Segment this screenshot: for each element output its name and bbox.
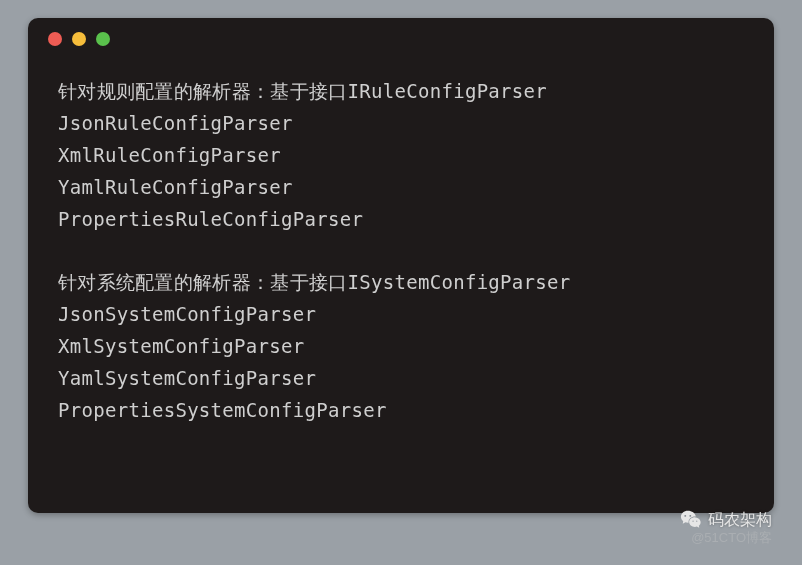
terminal-window: 针对规则配置的解析器：基于接口IRuleConfigParser JsonRul…: [28, 18, 774, 513]
window-titlebar: [28, 18, 774, 52]
code-line: 针对规则配置的解析器：基于接口IRuleConfigParser: [58, 76, 744, 108]
code-line: XmlSystemConfigParser: [58, 331, 744, 363]
code-line: XmlRuleConfigParser: [58, 140, 744, 172]
code-line: JsonRuleConfigParser: [58, 108, 744, 140]
code-line: JsonSystemConfigParser: [58, 299, 744, 331]
code-line: PropertiesSystemConfigParser: [58, 395, 744, 427]
code-line: YamlSystemConfigParser: [58, 363, 744, 395]
watermark-cto: @51CTO博客: [691, 529, 772, 547]
code-line: 针对系统配置的解析器：基于接口ISystemConfigParser: [58, 267, 744, 299]
close-icon[interactable]: [48, 32, 62, 46]
code-line: YamlRuleConfigParser: [58, 172, 744, 204]
wechat-icon: [680, 509, 702, 531]
watermark-wechat-label: 码农架构: [708, 510, 772, 531]
maximize-icon[interactable]: [96, 32, 110, 46]
minimize-icon[interactable]: [72, 32, 86, 46]
code-line: PropertiesRuleConfigParser: [58, 204, 744, 236]
watermark-wechat: 码农架构: [680, 509, 772, 531]
blank-line: [58, 236, 744, 268]
code-content: 针对规则配置的解析器：基于接口IRuleConfigParser JsonRul…: [28, 52, 774, 447]
